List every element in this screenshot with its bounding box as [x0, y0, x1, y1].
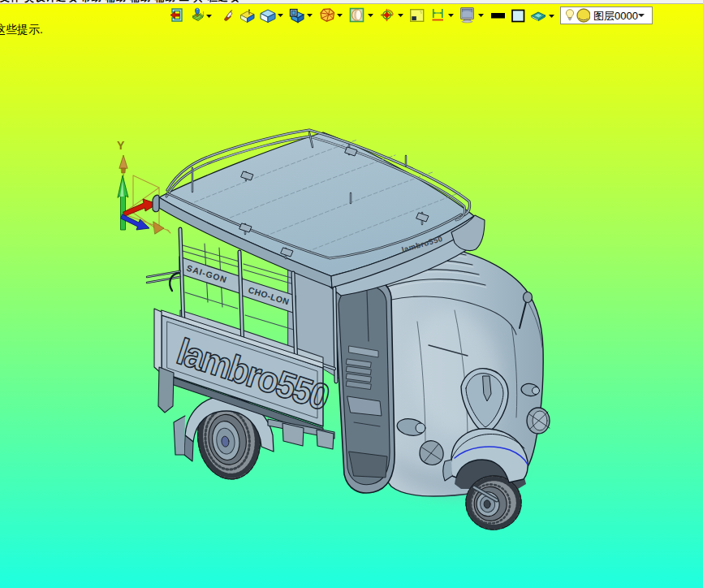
svg-text:Y: Y: [117, 139, 125, 152]
